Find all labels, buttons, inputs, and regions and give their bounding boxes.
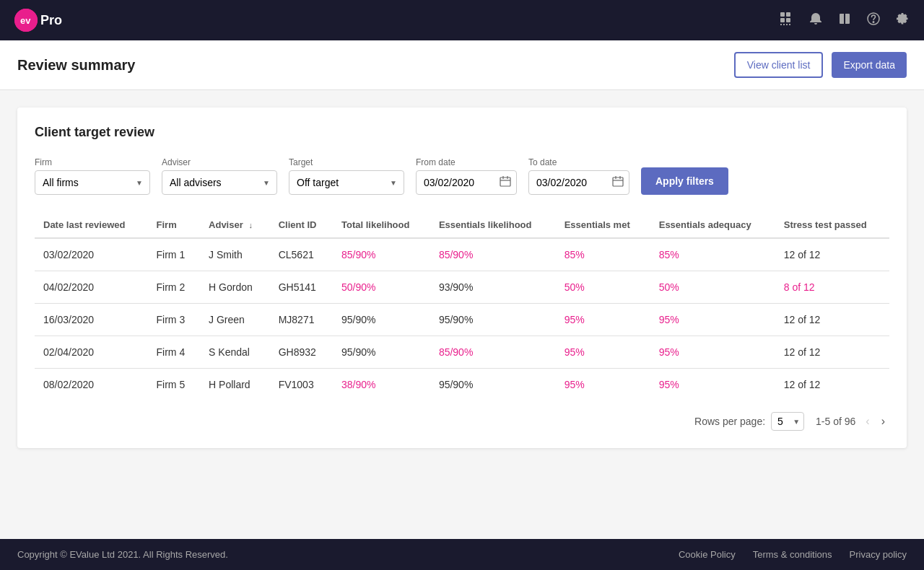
review-table: Date last reviewed Firm Adviser ↓ Client… [35,212,889,400]
table-cell: 95% [650,304,775,336]
table-cell: FV1003 [270,369,333,401]
firm-filter-group: Firm All firms Firm 1 Firm 2 Firm 3 Firm… [35,157,150,195]
grid-icon[interactable] [780,12,794,30]
svg-rect-5 [786,18,790,22]
gear-icon[interactable] [895,12,910,30]
table-cell: 95/90% [430,369,556,401]
table-cell: MJ8271 [270,304,333,336]
logo: ev Pro [14,9,62,32]
to-date-wrapper [528,170,629,195]
table-cell: 08/02/2020 [35,369,148,401]
svg-rect-12 [500,177,510,186]
from-date-label: From date [416,157,517,167]
col-date: Date last reviewed [35,212,148,238]
table-row: 08/02/2020Firm 5H PollardFV100338/90%95/… [35,369,889,401]
table-cell: 38/90% [333,369,430,401]
copyright-text: Copyright © EValue Ltd 2021. All Rights … [17,549,228,560]
table-cell: J Green [200,304,270,336]
table-wrapper: Date last reviewed Firm Adviser ↓ Client… [35,212,889,400]
table-cell: 12 of 12 [775,336,889,369]
adviser-select[interactable]: All advisers J Smith H Gordon J Green S … [162,170,277,195]
svg-rect-4 [780,18,785,22]
table-cell: 85% [556,238,650,271]
adviser-filter-group: Adviser All advisers J Smith H Gordon J … [162,157,277,195]
pagination-info: 1-5 of 96 ‹ › [816,413,889,429]
table-cell: 95% [650,336,775,369]
svg-rect-9 [789,24,790,25]
adviser-sort-icon: ↓ [248,221,253,229]
table-cell: GH5141 [270,271,333,304]
adviser-filter-label: Adviser [162,157,277,167]
firm-filter-label: Firm [35,157,150,167]
table-cell: 12 of 12 [775,369,889,401]
page-title: Review summary [17,57,135,74]
table-cell: H Pollard [200,369,270,401]
col-essentials-met: Essentials met [556,212,650,238]
next-page-button[interactable]: › [877,413,889,429]
table-cell: 12 of 12 [775,238,889,271]
svg-rect-2 [780,12,785,17]
table-cell: 03/02/2020 [35,238,148,271]
pagination: Rows per page: 5 10 25 50 1-5 of 96 ‹ › [35,400,889,431]
privacy-policy-link[interactable]: Privacy policy [850,549,907,560]
pagination-nav: ‹ › [861,413,889,429]
table-cell: 02/04/2020 [35,336,148,369]
table-cell: GH8932 [270,336,333,369]
firm-select-wrapper: All firms Firm 1 Firm 2 Firm 3 Firm 4 Fi… [35,170,150,195]
footer: Copyright © EValue Ltd 2021. All Rights … [0,539,924,570]
svg-rect-3 [786,12,790,17]
col-stress-test: Stress test passed [775,212,889,238]
target-select-wrapper: Off target On target All [289,170,404,195]
svg-rect-8 [786,24,788,25]
bell-icon[interactable] [808,12,823,30]
pagination-range: 1-5 of 96 [816,416,855,427]
logo-text: Pro [40,13,62,28]
table-cell: Firm 5 [148,369,201,401]
col-adviser[interactable]: Adviser ↓ [200,212,270,238]
view-client-list-button[interactable]: View client list [734,52,824,78]
svg-point-11 [873,21,874,22]
table-cell: Firm 4 [148,336,201,369]
table-cell: 8 of 12 [775,271,889,304]
rows-per-page-control: Rows per page: 5 10 25 50 [694,412,804,431]
card-title: Client target review [35,125,889,140]
target-filter-label: Target [289,157,404,167]
table-header: Date last reviewed Firm Adviser ↓ Client… [35,212,889,238]
table-cell: 95% [650,369,775,401]
firm-select[interactable]: All firms Firm 1 Firm 2 Firm 3 Firm 4 Fi… [35,170,150,195]
table-cell: 95% [556,336,650,369]
prev-page-button[interactable]: ‹ [861,413,873,429]
help-icon[interactable] [866,12,881,30]
col-essentials-adequacy: Essentials adequacy [650,212,775,238]
apply-filters-button[interactable]: Apply filters [641,167,728,195]
terms-conditions-link[interactable]: Terms & conditions [753,549,832,560]
from-date-calendar-icon[interactable] [500,175,511,190]
table-cell: H Gordon [200,271,270,304]
table-cell: 95% [556,369,650,401]
table-cell: 95% [556,304,650,336]
table-row: 04/02/2020Firm 2H GordonGH514150/90%93/9… [35,271,889,304]
table-cell: 50% [556,271,650,304]
to-date-calendar-icon[interactable] [612,175,624,190]
svg-rect-7 [783,24,785,25]
cookie-policy-link[interactable]: Cookie Policy [679,549,736,560]
col-essentials-likelihood: Essentials likelihood [430,212,556,238]
target-select[interactable]: Off target On target All [289,170,404,195]
main-content: Client target review Firm All firms Firm… [0,90,924,539]
table-cell: 85/90% [430,238,556,271]
col-firm: Firm [148,212,201,238]
table-cell: 85/90% [333,238,430,271]
table-body: 03/02/2020Firm 1J SmithCL562185/90%85/90… [35,238,889,400]
export-data-button[interactable]: Export data [832,52,907,78]
table-cell: 50/90% [333,271,430,304]
table-cell: 04/02/2020 [35,271,148,304]
svg-text:ev: ev [20,15,31,26]
svg-rect-16 [613,177,623,186]
table-row: 16/03/2020Firm 3J GreenMJ827195/90%95/90… [35,304,889,336]
book-icon[interactable] [837,12,852,30]
rows-per-page-select[interactable]: 5 10 25 50 [771,412,804,431]
table-row: 02/04/2020Firm 4S KendalGH893295/90%85/9… [35,336,889,369]
table-cell: 16/03/2020 [35,304,148,336]
footer-links: Cookie Policy Terms & conditions Privacy… [679,549,907,560]
header: ev Pro [0,0,924,40]
